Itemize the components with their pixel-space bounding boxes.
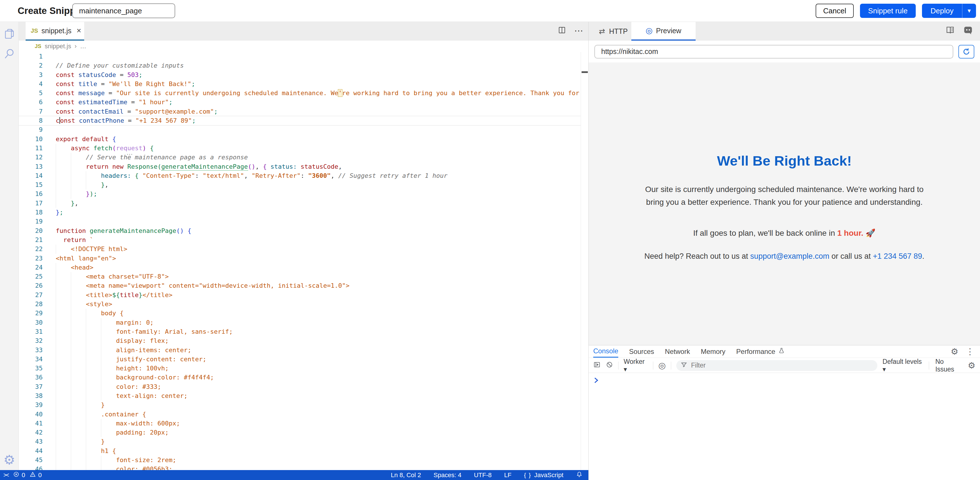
remote-indicator-icon[interactable]: >< xyxy=(0,472,13,478)
memory-tab[interactable]: Memory xyxy=(701,345,725,358)
code-line-18[interactable]: 18}; xyxy=(19,208,589,217)
line-number: 2 xyxy=(19,61,43,70)
split-editor-icon[interactable] xyxy=(558,26,566,35)
code-line-45[interactable]: 45font-size: 2rem; xyxy=(19,456,589,465)
code-line-7[interactable]: 7const contactEmail = "support@example.c… xyxy=(19,107,589,116)
deploy-button[interactable]: Deploy xyxy=(922,4,963,18)
cancel-button[interactable]: Cancel xyxy=(816,4,854,18)
line-number: 11 xyxy=(19,144,43,153)
performance-tab[interactable]: Performance xyxy=(736,345,785,358)
code-line-16[interactable]: 16}); xyxy=(19,189,589,198)
console-filter[interactable] xyxy=(676,360,877,371)
code-line-35[interactable]: 35height: 100vh; xyxy=(19,364,589,373)
more-actions-icon[interactable]: ⋯ xyxy=(574,25,583,36)
code-line-46[interactable]: 46color: #0056b3; xyxy=(19,465,589,470)
notifications-bell-icon[interactable] xyxy=(576,471,583,480)
scrollbar-overview-ruler[interactable] xyxy=(581,52,589,470)
context-selector[interactable]: Worker ▾ xyxy=(624,358,648,373)
tab-preview[interactable]: ◎ Preview xyxy=(632,22,695,41)
code-line-8[interactable]: 8const contactPhone = "+1 234 567 89"; xyxy=(19,116,589,125)
code-area[interactable]: 12// Define your customizable inputs3con… xyxy=(19,52,589,470)
code-line-41[interactable]: 41max-width: 600px; xyxy=(19,419,589,428)
tab-http[interactable]: ⇄ HTTP xyxy=(599,22,628,41)
problems-counter[interactable]: 0 0 xyxy=(13,471,42,479)
code-line-4[interactable]: 4const title = "We'll Be Right Back!"; xyxy=(19,79,589,89)
tab-snippet-js[interactable]: JS snippet.js × xyxy=(25,22,84,41)
console-sidebar-icon[interactable] xyxy=(593,361,601,370)
code-line-26[interactable]: 26<meta name="viewport" content="width=d… xyxy=(19,281,589,290)
settings-gear-icon[interactable]: ⚙ xyxy=(3,453,16,466)
issues-counter[interactable]: No Issues xyxy=(935,358,961,373)
clear-console-icon[interactable] xyxy=(606,361,613,370)
code-line-6[interactable]: 6const estimatedTime = "1 hour"; xyxy=(19,98,589,107)
code-line-19[interactable]: 19 xyxy=(19,217,589,226)
code-line-30[interactable]: 30margin: 0; xyxy=(19,318,589,327)
eol-setting[interactable]: LF xyxy=(504,472,512,479)
code-line-27[interactable]: 27<title>${title}</title> xyxy=(19,291,589,299)
code-line-22[interactable]: 22<!DOCTYPE html> xyxy=(19,244,589,253)
console-tab[interactable]: Console xyxy=(593,345,618,358)
code-line-9[interactable]: 9 xyxy=(19,125,589,134)
line-number: 14 xyxy=(19,171,43,181)
code-line-37[interactable]: 37color: #333; xyxy=(19,382,589,391)
code-line-33[interactable]: 33align-items: center; xyxy=(19,346,589,355)
discord-icon[interactable] xyxy=(963,25,973,36)
code-line-14[interactable]: 14headers: { "Content-Type": "text/html"… xyxy=(19,171,589,181)
kebab-menu-icon[interactable]: ⋮ xyxy=(966,347,974,356)
code-line-20[interactable]: 20function generateMaintenancePage() { xyxy=(19,227,589,236)
refresh-button[interactable] xyxy=(958,45,974,59)
devtools-settings-icon[interactable]: ⚙ xyxy=(951,347,958,356)
phone-link[interactable]: +1 234 567 89 xyxy=(873,252,922,260)
code-line-31[interactable]: 31font-family: Arial, sans-serif; xyxy=(19,327,589,336)
url-input[interactable] xyxy=(594,45,953,59)
search-icon[interactable] xyxy=(3,48,16,60)
console-prompt-chevron[interactable] xyxy=(594,377,599,385)
snippet-name-input[interactable] xyxy=(72,3,175,18)
code-line-42[interactable]: 42padding: 20px; xyxy=(19,428,589,437)
code-line-44[interactable]: 44h1 { xyxy=(19,447,589,456)
cursor-position[interactable]: Ln 8, Col 2 xyxy=(391,472,421,479)
code-line-36[interactable]: 36background-color: #f4f4f4; xyxy=(19,373,589,382)
docs-book-icon[interactable] xyxy=(945,25,955,36)
code-line-12[interactable]: 12// Serve the maintenance page as a res… xyxy=(19,153,589,162)
code-line-10[interactable]: 10export default { xyxy=(19,135,589,144)
live-expression-eye-icon[interactable]: ◎ xyxy=(659,361,666,370)
breadcrumb[interactable]: JS snippet.js › … xyxy=(19,41,589,52)
code-line-3[interactable]: 3const statusCode = 503; xyxy=(19,70,589,79)
code-line-29[interactable]: 29body { xyxy=(19,309,589,318)
encoding-setting[interactable]: UTF-8 xyxy=(474,472,492,479)
deploy-dropdown-button[interactable]: ▾ xyxy=(963,4,976,18)
code-line-34[interactable]: 34justify-content: center; xyxy=(19,355,589,364)
code-line-28[interactable]: 28<style> xyxy=(19,299,589,309)
code-line-15[interactable]: 15}, xyxy=(19,181,589,189)
code-line-5[interactable]: 5const message = "Our site is currently … xyxy=(19,89,589,98)
log-levels-dropdown[interactable]: Default levels ▾ xyxy=(883,358,923,373)
filter-input[interactable] xyxy=(690,361,861,369)
code-line-21[interactable]: 21 return ` xyxy=(19,236,589,244)
files-icon[interactable] xyxy=(3,27,16,40)
code-line-2[interactable]: 2// Define your customizable inputs xyxy=(19,61,589,70)
code-line-17[interactable]: 17}, xyxy=(19,199,589,208)
code-line-25[interactable]: 25<meta charset="UTF-8"> xyxy=(19,272,589,281)
language-mode[interactable]: { } JavaScript xyxy=(524,472,563,479)
code-line-23[interactable]: 23<html lang="en"> xyxy=(19,254,589,263)
code-line-38[interactable]: 38text-align: center; xyxy=(19,391,589,401)
line-number: 15 xyxy=(19,181,43,189)
line-number: 24 xyxy=(19,263,43,272)
code-line-32[interactable]: 32display: flex; xyxy=(19,336,589,345)
close-tab-icon[interactable]: × xyxy=(76,27,81,35)
indentation-setting[interactable]: Spaces: 4 xyxy=(434,472,461,479)
line-number: 18 xyxy=(19,208,43,217)
console-settings-icon[interactable]: ⚙ xyxy=(968,360,975,371)
code-line-43[interactable]: 43} xyxy=(19,437,589,446)
snippet-rule-button[interactable]: Snippet rule xyxy=(860,4,916,18)
code-line-39[interactable]: 39} xyxy=(19,401,589,410)
code-line-24[interactable]: 24<head> xyxy=(19,263,589,272)
code-line-13[interactable]: 13return new Response(generateMaintenanc… xyxy=(19,162,589,171)
code-line-40[interactable]: 40.container { xyxy=(19,410,589,419)
code-line-11[interactable]: 11async fetch(request) { xyxy=(19,144,589,153)
network-tab[interactable]: Network xyxy=(665,345,690,358)
support-email-link[interactable]: support@example.com xyxy=(750,252,829,260)
sources-tab[interactable]: Sources xyxy=(629,345,654,358)
code-line-1[interactable]: 1 xyxy=(19,52,589,61)
